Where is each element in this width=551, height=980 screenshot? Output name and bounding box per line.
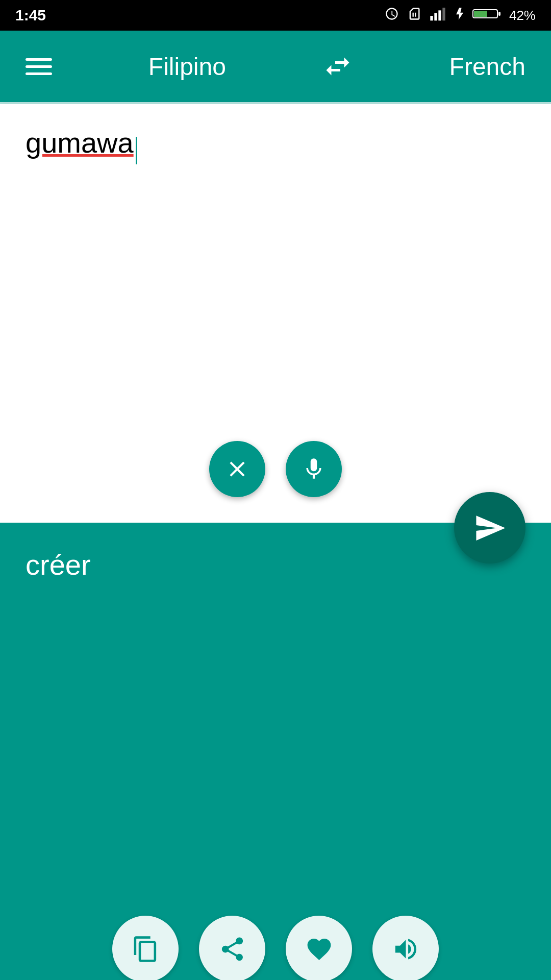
alarm-icon [385, 7, 399, 24]
status-icons: 42% [385, 7, 536, 24]
output-action-buttons [112, 916, 439, 980]
clear-button[interactable] [209, 441, 265, 497]
swap-languages-button[interactable] [322, 51, 353, 82]
status-bar: 1:45 42% [0, 0, 551, 31]
menu-button[interactable] [26, 58, 52, 75]
toolbar: Filipino French [0, 31, 551, 102]
output-text: créer [26, 549, 91, 581]
output-panel: créer [0, 523, 551, 980]
input-action-buttons [209, 441, 342, 497]
svg-rect-5 [474, 11, 487, 17]
sim-icon [407, 7, 421, 24]
source-language-label[interactable]: Filipino [148, 53, 226, 81]
translate-button[interactable] [454, 492, 525, 564]
target-language-label[interactable]: French [449, 53, 525, 81]
input-text[interactable]: gumawa [26, 127, 134, 159]
speaker-button[interactable] [372, 916, 439, 980]
charging-icon [454, 7, 464, 24]
microphone-button[interactable] [286, 441, 342, 497]
copy-button[interactable] [112, 916, 179, 980]
text-cursor [136, 137, 137, 164]
svg-rect-0 [430, 16, 433, 20]
status-time: 1:45 [15, 7, 46, 24]
input-panel: gumawa [0, 104, 551, 523]
svg-rect-1 [434, 13, 437, 20]
favorite-button[interactable] [286, 916, 352, 980]
battery-icon [472, 7, 501, 24]
share-button[interactable] [199, 916, 265, 980]
svg-rect-6 [498, 12, 500, 16]
signal-icon [430, 7, 446, 24]
battery-percent: 42% [509, 8, 536, 23]
svg-rect-3 [442, 8, 445, 20]
svg-rect-2 [438, 10, 441, 20]
